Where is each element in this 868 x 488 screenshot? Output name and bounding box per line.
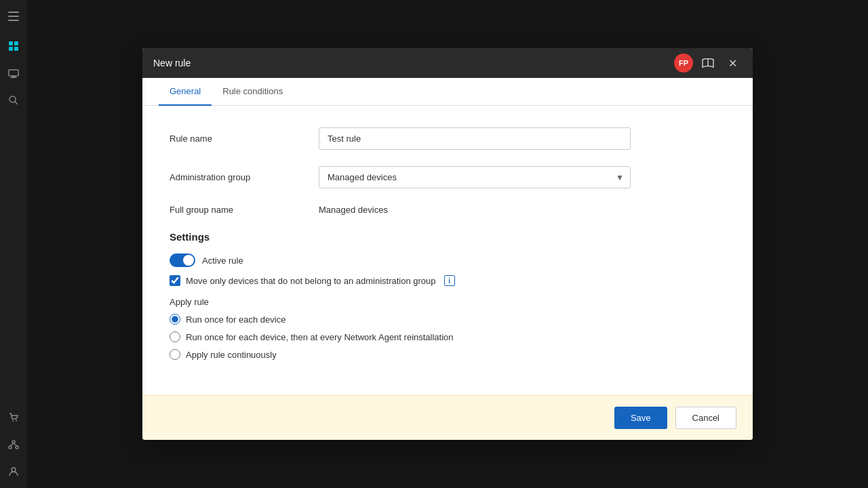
svg-point-13: [16, 446, 18, 449]
svg-rect-6: [10, 77, 17, 78]
sidebar-menu-button[interactable]: [3, 5, 24, 27]
rule-name-input[interactable]: [319, 127, 631, 150]
dialog-footer: Save Cancel: [142, 395, 753, 440]
settings-section: Settings Active rule Move only devices t…: [170, 231, 726, 360]
radio-run-once-reinstall-label: Run once for each device, then at every …: [186, 332, 454, 342]
admin-group-row: Administration group Managed devices ▼: [170, 166, 726, 188]
settings-title: Settings: [170, 231, 726, 243]
dialog-header-icons: FP ✕: [674, 54, 742, 73]
svg-line-14: [10, 443, 14, 446]
svg-rect-0: [9, 41, 13, 45]
info-icon[interactable]: i: [444, 275, 455, 286]
new-rule-dialog: New rule FP ✕ General Rule conditions: [142, 48, 753, 440]
svg-point-10: [16, 420, 17, 422]
sidebar-item-network[interactable]: [3, 434, 24, 455]
dialog-tabs: General Rule conditions: [142, 78, 753, 106]
sidebar-item-user[interactable]: [3, 461, 24, 483]
sidebar-item-search[interactable]: [3, 89, 24, 111]
apply-rule-label: Apply rule: [170, 297, 726, 307]
book-button[interactable]: [698, 54, 717, 73]
dialog-title: New rule: [153, 58, 666, 68]
svg-rect-1: [14, 41, 18, 45]
radio-run-once[interactable]: [170, 314, 180, 325]
active-rule-row: Active rule: [170, 253, 726, 267]
svg-line-15: [14, 443, 17, 446]
radio-run-once-reinstall[interactable]: [170, 331, 180, 342]
svg-point-12: [9, 446, 12, 449]
admin-group-label: Administration group: [170, 172, 319, 182]
sidebar-item-dashboard[interactable]: [3, 35, 24, 57]
full-group-name-value: Managed devices: [319, 205, 388, 215]
dialog-body: Rule name Administration group Managed d…: [142, 106, 753, 395]
svg-point-11: [12, 441, 15, 443]
move-devices-checkbox[interactable]: [170, 275, 180, 286]
dialog-overlay: New rule FP ✕ General Rule conditions: [27, 0, 868, 488]
radio-apply-continuously[interactable]: [170, 349, 180, 360]
close-button[interactable]: ✕: [723, 54, 742, 73]
rule-name-control: [319, 127, 631, 150]
move-devices-row: Move only devices that do not belong to …: [170, 275, 726, 286]
admin-group-control: Managed devices ▼: [319, 166, 631, 188]
user-avatar[interactable]: FP: [674, 54, 693, 73]
svg-rect-4: [9, 70, 18, 76]
radio-apply-continuously-label: Apply rule continuously: [186, 350, 277, 360]
active-rule-toggle[interactable]: [170, 253, 195, 267]
move-devices-label: Move only devices that do not belong to …: [186, 276, 436, 286]
admin-group-select[interactable]: Managed devices: [319, 166, 631, 188]
tab-rule-conditions[interactable]: Rule conditions: [212, 78, 294, 106]
svg-line-8: [15, 102, 18, 104]
radio-run-once-row: Run once for each device: [170, 314, 726, 325]
save-button[interactable]: Save: [614, 407, 667, 429]
dialog-header: New rule FP ✕: [142, 48, 753, 78]
svg-rect-5: [12, 76, 16, 77]
full-group-name-label: Full group name: [170, 205, 319, 215]
svg-point-7: [9, 96, 16, 102]
radio-run-once-label: Run once for each device: [186, 314, 285, 325]
full-group-name-row: Full group name Managed devices: [170, 205, 726, 215]
cancel-button[interactable]: Cancel: [675, 407, 736, 429]
tab-general[interactable]: General: [159, 78, 212, 106]
radio-apply-continuously-row: Apply rule continuously: [170, 349, 726, 360]
svg-rect-2: [9, 47, 13, 51]
sidebar: [0, 0, 27, 488]
svg-point-9: [12, 420, 14, 422]
active-rule-label: Active rule: [202, 256, 243, 266]
svg-rect-3: [14, 47, 18, 51]
rule-name-label: Rule name: [170, 134, 319, 144]
sidebar-item-shopping[interactable]: [3, 407, 24, 428]
svg-point-16: [12, 468, 16, 472]
sidebar-item-devices[interactable]: [3, 62, 24, 84]
radio-run-once-reinstall-row: Run once for each device, then at every …: [170, 331, 726, 342]
rule-name-row: Rule name: [170, 127, 726, 150]
